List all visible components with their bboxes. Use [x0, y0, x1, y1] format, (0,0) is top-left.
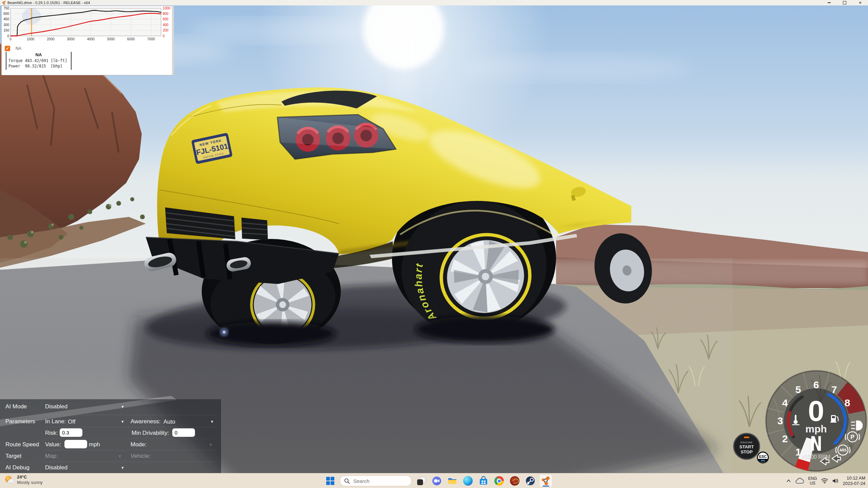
route-speed-value-input[interactable]: [64, 440, 87, 448]
task-view-icon: [417, 476, 426, 486]
edge-icon: [463, 476, 473, 486]
game-icon: [510, 476, 519, 486]
weather-icon: [4, 475, 14, 485]
chrome-button[interactable]: [493, 475, 505, 487]
maximize-icon: [843, 1, 846, 4]
engine-start-stop-button[interactable]: ENGINE START STOP: [733, 433, 760, 460]
target-label: Target: [5, 453, 21, 460]
esc-indicator[interactable]: ESC: [757, 451, 769, 464]
svg-text:2000: 2000: [47, 37, 55, 41]
svg-text:P: P: [850, 434, 854, 441]
language-indicator[interactable]: ENG US: [808, 476, 817, 486]
edge-button[interactable]: [462, 475, 474, 487]
task-view-button[interactable]: [415, 475, 427, 487]
beamng-taskbar-button[interactable]: [540, 475, 552, 487]
ai-debug-dropdown[interactable]: Disabled: [45, 464, 67, 471]
language-bottom: US: [808, 481, 817, 486]
start-button[interactable]: [324, 475, 336, 487]
tachometer-gauge: 1 2 3 4 5 6 7 8 0 mph N x1000 RPM: [765, 370, 867, 472]
active-app-indicator: [542, 486, 549, 487]
screen: NEW YORK FJL-5101 EMPIRE STATE: [0, 0, 868, 488]
minimize-icon: [828, 2, 831, 3]
awareness-label: Awareness:: [131, 418, 161, 425]
svg-text:600: 600: [163, 17, 169, 21]
svg-text:2: 2: [782, 433, 788, 444]
steam-button[interactable]: [524, 475, 536, 487]
risk-label: Risk:: [45, 430, 58, 436]
maximize-button[interactable]: [837, 0, 852, 5]
awareness-dropdown[interactable]: Auto: [163, 419, 175, 425]
volume-icon[interactable]: [832, 478, 839, 484]
mph-unit-label: mph: [89, 441, 100, 448]
chat-button[interactable]: [431, 475, 443, 487]
esc-label: ESC: [759, 454, 767, 459]
svg-text:0: 0: [7, 34, 9, 38]
store-button[interactable]: [477, 475, 490, 487]
beamng-icon: [541, 476, 551, 486]
min-drivability-label: Min Drivability:: [132, 430, 169, 436]
svg-text:0: 0: [163, 34, 165, 38]
svg-text:800: 800: [163, 12, 169, 16]
svg-text:5: 5: [795, 384, 801, 395]
route-speed-label: Route Speed: [5, 441, 39, 448]
search-input[interactable]: [353, 478, 405, 484]
chevron-down-icon[interactable]: ▼: [121, 466, 124, 470]
svg-text:300: 300: [3, 23, 9, 27]
onedrive-cloud-icon[interactable]: [795, 477, 804, 484]
clock[interactable]: 10:12 AM 2023-07-24: [843, 475, 866, 486]
wifi-icon[interactable]: [821, 478, 828, 484]
file-explorer-icon: [448, 476, 457, 486]
search-icon: [344, 478, 350, 484]
ai-mode-dropdown[interactable]: Disabled: [45, 403, 67, 410]
in-lane-label: In Lane:: [45, 418, 66, 425]
svg-text:6: 6: [813, 379, 819, 390]
svg-text:4: 4: [782, 397, 788, 408]
weather-condition: Mostly sunny: [17, 480, 43, 485]
language-top: ENG: [808, 476, 817, 481]
parameters-label: Parameters: [5, 418, 35, 425]
dyno-readout: NA Torque 483.42/691 [lb-ft] Power 98.32…: [6, 52, 72, 70]
risk-input[interactable]: [60, 428, 82, 437]
min-drivability-input[interactable]: [172, 428, 195, 437]
in-lane-dropdown[interactable]: Off: [68, 419, 75, 425]
lens-flare: [223, 331, 225, 333]
game-button[interactable]: [509, 475, 521, 487]
series-checkbox[interactable]: ✓: [5, 46, 10, 51]
ai-debug-label: AI Debug: [5, 464, 29, 471]
chevron-down-icon[interactable]: ▼: [209, 443, 213, 447]
tray-chevron-icon[interactable]: [786, 479, 791, 483]
mode-label: Mode:: [131, 441, 146, 448]
chevron-down-icon[interactable]: ▼: [121, 405, 124, 409]
chevron-down-icon[interactable]: ▼: [118, 454, 122, 458]
svg-text:400: 400: [163, 23, 169, 27]
svg-text:3000: 3000: [67, 37, 75, 41]
chevron-down-icon[interactable]: ▼: [210, 420, 214, 424]
ai-control-panel: AI Mode Disabled ▼ Parameters In Lane: O…: [0, 399, 221, 473]
map-label: Map:: [45, 453, 58, 460]
svg-text:750: 750: [3, 6, 9, 10]
headlight-icon: [851, 421, 862, 430]
taskbar: 24°C Mostly sunny: [0, 473, 868, 488]
haze: [509, 261, 868, 285]
close-icon: ✕: [859, 1, 862, 5]
svg-text:1000: 1000: [27, 37, 35, 41]
minimize-button[interactable]: [821, 0, 837, 5]
svg-text:450: 450: [3, 17, 9, 21]
file-explorer-button[interactable]: [446, 475, 458, 487]
window-titlebar: BeamNG.drive - 0.29.1.0.15261 - RELEASE …: [0, 0, 868, 5]
engine-button-line2: START: [739, 444, 754, 449]
svg-text:4000: 4000: [87, 37, 95, 41]
svg-text:150: 150: [3, 28, 9, 32]
date: 2023-07-24: [843, 481, 866, 486]
weather-widget[interactable]: 24°C Mostly sunny: [4, 474, 43, 485]
power-readout: Power 98.32/815 [bhp]: [8, 63, 69, 69]
svg-text:7000: 7000: [147, 37, 155, 41]
search-box[interactable]: [340, 475, 412, 486]
series-checkbox-label: NA: [16, 46, 21, 51]
windows-logo-icon: [326, 476, 335, 485]
svg-text:0: 0: [9, 37, 12, 41]
svg-text:5000: 5000: [107, 37, 115, 41]
torque-readout: Torque 483.42/691 [lb-ft]: [8, 58, 69, 63]
close-button[interactable]: ✕: [852, 0, 868, 5]
chevron-down-icon[interactable]: ▼: [121, 420, 124, 424]
